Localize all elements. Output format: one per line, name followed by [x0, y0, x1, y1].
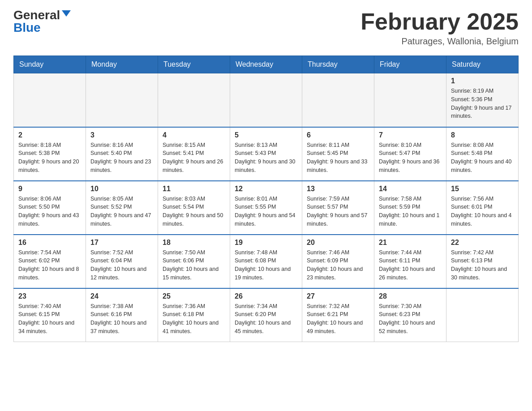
- logo-triangle-icon: [62, 10, 71, 17]
- day-number: 13: [307, 185, 369, 193]
- calendar-cell: [14, 73, 86, 127]
- day-info: Sunrise: 8:19 AM Sunset: 5:36 PM Dayligh…: [451, 87, 514, 120]
- day-number: 14: [379, 185, 442, 193]
- calendar-cell: 3Sunrise: 8:16 AM Sunset: 5:40 PM Daylig…: [86, 127, 158, 181]
- calendar-cell: [302, 73, 374, 127]
- day-info: Sunrise: 7:52 AM Sunset: 6:04 PM Dayligh…: [90, 248, 153, 282]
- day-number: 8: [451, 131, 514, 139]
- day-info: Sunrise: 7:50 AM Sunset: 6:06 PM Dayligh…: [163, 248, 225, 282]
- calendar-cell: 17Sunrise: 7:52 AM Sunset: 6:04 PM Dayli…: [86, 235, 158, 288]
- day-number: 28: [379, 292, 442, 300]
- day-info: Sunrise: 8:16 AM Sunset: 5:40 PM Dayligh…: [90, 141, 153, 175]
- day-info: Sunrise: 7:30 AM Sunset: 6:23 PM Dayligh…: [379, 302, 442, 336]
- day-number: 19: [235, 239, 297, 247]
- calendar-cell: 8Sunrise: 8:08 AM Sunset: 5:48 PM Daylig…: [446, 127, 519, 181]
- day-info: Sunrise: 7:58 AM Sunset: 5:59 PM Dayligh…: [379, 195, 442, 228]
- calendar-cell: 1Sunrise: 8:19 AM Sunset: 5:36 PM Daylig…: [446, 73, 519, 127]
- day-number: 23: [18, 292, 81, 300]
- day-number: 1: [451, 77, 514, 85]
- page-subtitle: Paturages, Wallonia, Belgium: [360, 36, 519, 47]
- logo-blue: Blue: [13, 21, 41, 34]
- calendar-week-row: 9Sunrise: 8:06 AM Sunset: 5:50 PM Daylig…: [14, 181, 519, 235]
- day-number: 3: [90, 131, 153, 139]
- calendar-cell: 28Sunrise: 7:30 AM Sunset: 6:23 PM Dayli…: [374, 288, 446, 342]
- page-title: February 2025: [360, 9, 519, 34]
- calendar-cell: 19Sunrise: 7:48 AM Sunset: 6:08 PM Dayli…: [230, 235, 302, 288]
- day-number: 20: [307, 239, 369, 247]
- day-info: Sunrise: 8:03 AM Sunset: 5:54 PM Dayligh…: [163, 195, 225, 228]
- calendar-cell: 11Sunrise: 8:03 AM Sunset: 5:54 PM Dayli…: [158, 181, 230, 235]
- calendar-week-row: 23Sunrise: 7:40 AM Sunset: 6:15 PM Dayli…: [14, 288, 519, 342]
- day-info: Sunrise: 7:42 AM Sunset: 6:13 PM Dayligh…: [451, 248, 514, 282]
- day-info: Sunrise: 7:59 AM Sunset: 5:57 PM Dayligh…: [307, 195, 369, 228]
- weekday-header-row: SundayMondayTuesdayWednesdayThursdayFrid…: [14, 56, 519, 73]
- day-info: Sunrise: 7:56 AM Sunset: 6:01 PM Dayligh…: [451, 195, 514, 228]
- day-info: Sunrise: 7:40 AM Sunset: 6:15 PM Dayligh…: [18, 302, 81, 336]
- weekday-header-saturday: Saturday: [446, 56, 519, 73]
- calendar-cell: 24Sunrise: 7:38 AM Sunset: 6:16 PM Dayli…: [86, 288, 158, 342]
- calendar-week-row: 1Sunrise: 8:19 AM Sunset: 5:36 PM Daylig…: [14, 73, 519, 127]
- day-info: Sunrise: 7:38 AM Sunset: 6:16 PM Dayligh…: [90, 302, 153, 336]
- calendar-cell: 25Sunrise: 7:36 AM Sunset: 6:18 PM Dayli…: [158, 288, 230, 342]
- weekday-header-monday: Monday: [86, 56, 158, 73]
- logo: General Blue: [13, 9, 71, 34]
- logo-general: General: [13, 9, 60, 21]
- calendar-cell: 13Sunrise: 7:59 AM Sunset: 5:57 PM Dayli…: [302, 181, 374, 235]
- calendar-cell: [446, 288, 519, 342]
- day-number: 18: [163, 239, 225, 247]
- day-info: Sunrise: 7:44 AM Sunset: 6:11 PM Dayligh…: [379, 248, 442, 282]
- weekday-header-thursday: Thursday: [302, 56, 374, 73]
- day-number: 22: [451, 239, 514, 247]
- day-number: 5: [235, 131, 297, 139]
- calendar-cell: 20Sunrise: 7:46 AM Sunset: 6:09 PM Dayli…: [302, 235, 374, 288]
- weekday-header-wednesday: Wednesday: [230, 56, 302, 73]
- weekday-header-friday: Friday: [374, 56, 446, 73]
- day-number: 7: [379, 131, 442, 139]
- day-info: Sunrise: 7:46 AM Sunset: 6:09 PM Dayligh…: [307, 248, 369, 282]
- day-info: Sunrise: 8:05 AM Sunset: 5:52 PM Dayligh…: [90, 195, 153, 228]
- calendar-cell: 22Sunrise: 7:42 AM Sunset: 6:13 PM Dayli…: [446, 235, 519, 288]
- day-info: Sunrise: 7:36 AM Sunset: 6:18 PM Dayligh…: [163, 302, 225, 336]
- day-info: Sunrise: 8:13 AM Sunset: 5:43 PM Dayligh…: [235, 141, 297, 175]
- calendar-cell: 9Sunrise: 8:06 AM Sunset: 5:50 PM Daylig…: [14, 181, 86, 235]
- calendar-week-row: 16Sunrise: 7:54 AM Sunset: 6:02 PM Dayli…: [14, 235, 519, 288]
- day-number: 27: [307, 292, 369, 300]
- day-number: 16: [18, 239, 81, 247]
- page-header: General Blue February 2025 Paturages, Wa…: [13, 9, 519, 47]
- day-number: 4: [163, 131, 225, 139]
- day-info: Sunrise: 8:08 AM Sunset: 5:48 PM Dayligh…: [451, 141, 514, 175]
- day-info: Sunrise: 7:34 AM Sunset: 6:20 PM Dayligh…: [235, 302, 297, 336]
- day-number: 2: [18, 131, 81, 139]
- day-info: Sunrise: 7:32 AM Sunset: 6:21 PM Dayligh…: [307, 302, 369, 336]
- calendar-cell: 21Sunrise: 7:44 AM Sunset: 6:11 PM Dayli…: [374, 235, 446, 288]
- day-number: 26: [235, 292, 297, 300]
- day-info: Sunrise: 8:06 AM Sunset: 5:50 PM Dayligh…: [18, 195, 81, 228]
- day-number: 11: [163, 185, 225, 193]
- calendar-cell: 7Sunrise: 8:10 AM Sunset: 5:47 PM Daylig…: [374, 127, 446, 181]
- day-number: 15: [451, 185, 514, 193]
- calendar-table: SundayMondayTuesdayWednesdayThursdayFrid…: [13, 56, 519, 342]
- calendar-cell: [86, 73, 158, 127]
- weekday-header-tuesday: Tuesday: [158, 56, 230, 73]
- calendar-cell: 4Sunrise: 8:15 AM Sunset: 5:41 PM Daylig…: [158, 127, 230, 181]
- title-section: February 2025 Paturages, Wallonia, Belgi…: [360, 9, 519, 47]
- calendar-cell: 26Sunrise: 7:34 AM Sunset: 6:20 PM Dayli…: [230, 288, 302, 342]
- day-number: 21: [379, 239, 442, 247]
- day-info: Sunrise: 8:11 AM Sunset: 5:45 PM Dayligh…: [307, 141, 369, 175]
- day-number: 17: [90, 239, 153, 247]
- calendar-cell: 5Sunrise: 8:13 AM Sunset: 5:43 PM Daylig…: [230, 127, 302, 181]
- day-number: 12: [235, 185, 297, 193]
- calendar-cell: [158, 73, 230, 127]
- calendar-cell: 10Sunrise: 8:05 AM Sunset: 5:52 PM Dayli…: [86, 181, 158, 235]
- day-number: 25: [163, 292, 225, 300]
- calendar-cell: 15Sunrise: 7:56 AM Sunset: 6:01 PM Dayli…: [446, 181, 519, 235]
- calendar-week-row: 2Sunrise: 8:18 AM Sunset: 5:38 PM Daylig…: [14, 127, 519, 181]
- day-info: Sunrise: 7:48 AM Sunset: 6:08 PM Dayligh…: [235, 248, 297, 282]
- day-info: Sunrise: 8:01 AM Sunset: 5:55 PM Dayligh…: [235, 195, 297, 228]
- day-number: 6: [307, 131, 369, 139]
- calendar-cell: 6Sunrise: 8:11 AM Sunset: 5:45 PM Daylig…: [302, 127, 374, 181]
- calendar-cell: 16Sunrise: 7:54 AM Sunset: 6:02 PM Dayli…: [14, 235, 86, 288]
- day-info: Sunrise: 8:10 AM Sunset: 5:47 PM Dayligh…: [379, 141, 442, 175]
- calendar-cell: 14Sunrise: 7:58 AM Sunset: 5:59 PM Dayli…: [374, 181, 446, 235]
- calendar-cell: 12Sunrise: 8:01 AM Sunset: 5:55 PM Dayli…: [230, 181, 302, 235]
